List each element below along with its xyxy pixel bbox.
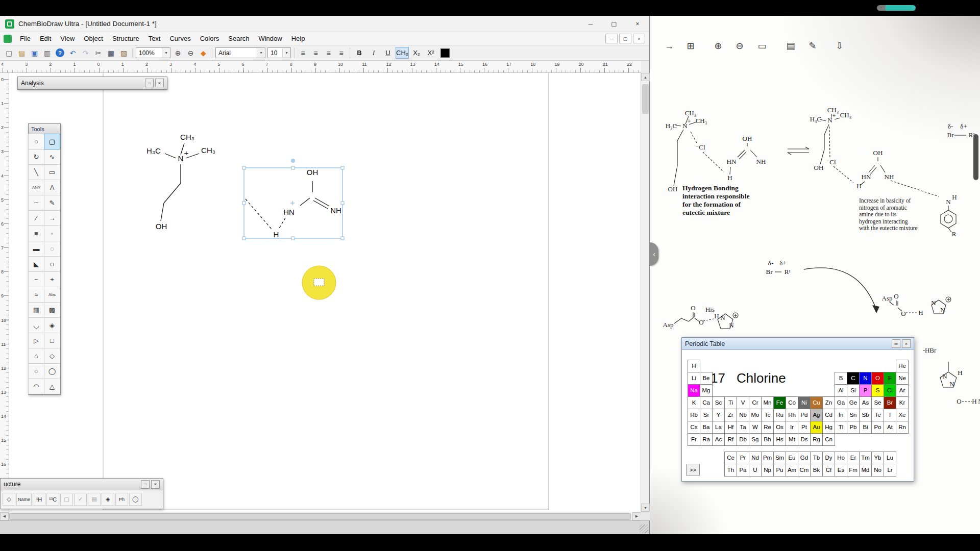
collapse-icon[interactable]: ═ bbox=[141, 480, 150, 489]
menu-help[interactable]: Help bbox=[287, 32, 310, 45]
drawing-canvas[interactable]: CH₃H₃CCH₃N+OHOHHNNHH Analysis ═ × Tools … bbox=[9, 73, 641, 512]
element-Er[interactable]: Er bbox=[847, 452, 860, 464]
rotate-handle[interactable] bbox=[291, 159, 295, 163]
element-Fr[interactable]: Fr bbox=[688, 433, 700, 446]
scroll-up-icon[interactable]: ▲ bbox=[641, 73, 650, 81]
element-Na[interactable]: Na bbox=[688, 384, 700, 397]
element-Al[interactable]: Al bbox=[835, 384, 847, 397]
element-Np[interactable]: Np bbox=[761, 464, 774, 477]
pentagon-tool[interactable]: ⌂ bbox=[28, 348, 44, 364]
marquee-tool[interactable]: ▢ bbox=[44, 134, 60, 149]
element-Yb[interactable]: Yb bbox=[871, 452, 884, 464]
element-Ra[interactable]: Ra bbox=[700, 433, 713, 446]
italic-button[interactable]: I bbox=[367, 47, 380, 59]
element-Ir[interactable]: Ir bbox=[786, 421, 798, 434]
element-Ga[interactable]: Ga bbox=[835, 396, 847, 409]
element-Ta[interactable]: Ta bbox=[737, 421, 749, 434]
element-Mo[interactable]: Mo bbox=[749, 409, 762, 421]
element-Cs[interactable]: Cs bbox=[688, 421, 700, 434]
element-Bh[interactable]: Bh bbox=[761, 433, 774, 446]
horizontal-scroll-thumb[interactable] bbox=[9, 513, 631, 520]
element-Mn[interactable]: Mn bbox=[761, 396, 774, 409]
bracket-tool[interactable]: ( ) bbox=[44, 256, 60, 272]
element-Br[interactable]: Br bbox=[884, 396, 896, 409]
element-Tm[interactable]: Tm bbox=[859, 452, 872, 464]
formula-button[interactable]: CH₂ bbox=[396, 47, 409, 59]
element-Cu[interactable]: Cu bbox=[810, 396, 823, 409]
element-Bk[interactable]: Bk bbox=[810, 464, 823, 477]
element-Lr[interactable]: Lr bbox=[884, 464, 896, 477]
minimize-button[interactable]: ─ bbox=[579, 16, 602, 32]
element-Mt[interactable]: Mt bbox=[786, 433, 798, 446]
element-Rn[interactable]: Rn bbox=[896, 421, 909, 434]
chain-tool[interactable]: ∿ bbox=[44, 149, 60, 165]
element-Db[interactable]: Db bbox=[737, 433, 749, 446]
element-Co[interactable]: Co bbox=[786, 396, 798, 409]
paste-icon[interactable]: ▧ bbox=[118, 47, 130, 59]
close-button[interactable]: × bbox=[626, 16, 649, 32]
title-bar[interactable]: ChemBioDraw Ultra - [Untitled Document-1… bbox=[0, 16, 649, 32]
element-Te[interactable]: Te bbox=[871, 409, 884, 421]
element-Li[interactable]: Li bbox=[688, 372, 700, 385]
h1-nmr-tool[interactable]: ¹H bbox=[33, 493, 45, 506]
element-Eu[interactable]: Eu bbox=[786, 452, 798, 464]
hashed-wedge-tool[interactable]: ≡ bbox=[28, 226, 44, 241]
element-Si[interactable]: Si bbox=[847, 384, 860, 397]
element-Po[interactable]: Po bbox=[871, 421, 884, 434]
element-Gd[interactable]: Gd bbox=[798, 452, 811, 464]
element-In[interactable]: In bbox=[835, 409, 847, 421]
any-atom-tool[interactable]: ANY bbox=[28, 180, 44, 195]
element-Xe[interactable]: Xe bbox=[896, 409, 909, 421]
element-Cm[interactable]: Cm bbox=[798, 464, 811, 477]
stamp-tool[interactable]: ◈ bbox=[44, 317, 60, 333]
element-Os[interactable]: Os bbox=[773, 421, 786, 434]
menu-text[interactable]: Text bbox=[144, 32, 165, 45]
eraser-tool[interactable]: ▭ bbox=[44, 164, 60, 180]
element-Rh[interactable]: Rh bbox=[786, 409, 798, 421]
font-size-dropdown[interactable]: 10 ▾ bbox=[267, 47, 291, 58]
element-Ar[interactable]: Ar bbox=[896, 384, 909, 397]
element-Rg[interactable]: Rg bbox=[810, 433, 823, 446]
element-P[interactable]: P bbox=[859, 384, 872, 397]
element-Ge[interactable]: Ge bbox=[847, 396, 860, 409]
bold-bond-tool[interactable]: ▬ bbox=[28, 241, 44, 257]
element-Sc[interactable]: Sc bbox=[712, 396, 725, 409]
c13-nmr-tool[interactable]: ¹³C bbox=[46, 493, 59, 506]
element-K[interactable]: K bbox=[688, 396, 700, 409]
element-Cn[interactable]: Cn bbox=[822, 433, 835, 446]
hexagon-tool[interactable]: ◇ bbox=[44, 348, 60, 364]
element-Pb[interactable]: Pb bbox=[847, 421, 860, 434]
selection-box[interactable] bbox=[242, 159, 344, 240]
element-Tl[interactable]: Tl bbox=[835, 421, 847, 434]
doc-restore-button[interactable]: ▢ bbox=[619, 34, 631, 43]
element-Sn[interactable]: Sn bbox=[847, 409, 860, 421]
element-O[interactable]: O bbox=[871, 372, 884, 385]
viewer-scroll-thumb[interactable] bbox=[973, 134, 978, 180]
undo-icon[interactable]: ↶ bbox=[67, 47, 79, 59]
element-Nd[interactable]: Nd bbox=[749, 452, 762, 464]
element-N[interactable]: N bbox=[859, 372, 872, 385]
element-Y[interactable]: Y bbox=[712, 409, 725, 421]
element-Kr[interactable]: Kr bbox=[896, 396, 909, 409]
menu-object[interactable]: Object bbox=[79, 32, 108, 45]
scroll-right-icon[interactable]: ▶ bbox=[632, 512, 641, 520]
element-Zn[interactable]: Zn bbox=[822, 396, 835, 409]
zoom-out-icon[interactable]: ⊖ bbox=[185, 47, 197, 59]
open-icon[interactable]: ▤ bbox=[16, 47, 28, 59]
element-Pu[interactable]: Pu bbox=[773, 464, 786, 477]
element-Lu[interactable]: Lu bbox=[884, 452, 896, 464]
dashed-bond-tool[interactable]: ┄ bbox=[28, 195, 44, 211]
element-Ac[interactable]: Ac bbox=[712, 433, 725, 446]
element-Sb[interactable]: Sb bbox=[859, 409, 872, 421]
arrow-tool[interactable]: → bbox=[44, 210, 60, 226]
element-Ds[interactable]: Ds bbox=[798, 433, 811, 446]
menu-colors[interactable]: Colors bbox=[195, 32, 224, 45]
dashed-circle-tool[interactable]: ◌ bbox=[44, 241, 60, 257]
element-Hs[interactable]: Hs bbox=[773, 433, 786, 446]
plus-tool[interactable]: + bbox=[44, 271, 60, 287]
element-Pm[interactable]: Pm bbox=[761, 452, 774, 464]
element-Se[interactable]: Se bbox=[871, 396, 884, 409]
bold-button[interactable]: B bbox=[353, 47, 366, 59]
arc-tool[interactable]: ◠ bbox=[28, 379, 44, 394]
element-Au[interactable]: Au bbox=[810, 421, 823, 434]
